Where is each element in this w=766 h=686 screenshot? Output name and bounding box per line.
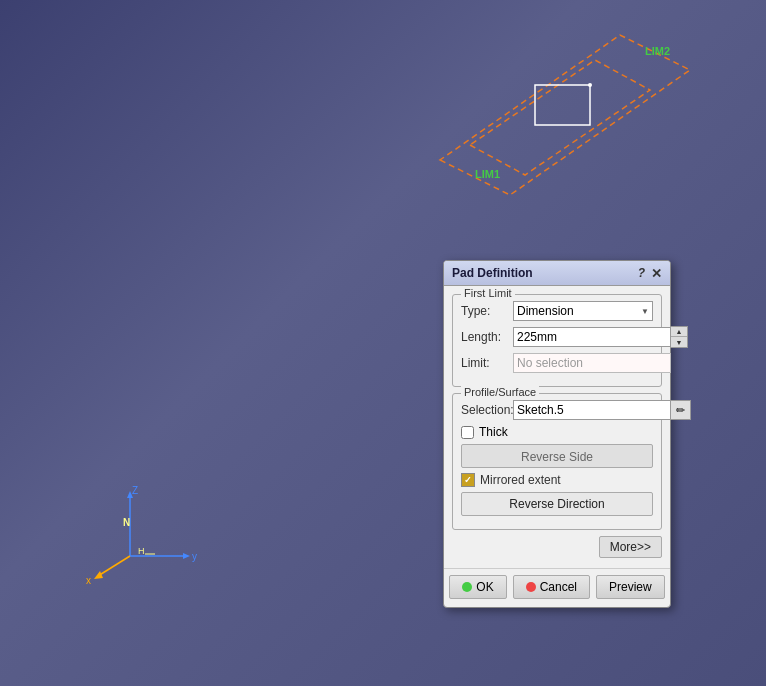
- length-spinner: ▲ ▼: [670, 326, 688, 348]
- more-row: More>>: [452, 536, 662, 558]
- limit-input[interactable]: [513, 353, 671, 373]
- svg-point-3: [588, 83, 592, 87]
- action-row: OK Cancel Preview: [444, 568, 670, 607]
- profile-surface-title: Profile/Surface: [461, 386, 539, 398]
- cancel-button[interactable]: Cancel: [513, 575, 590, 599]
- type-label: Type:: [461, 304, 513, 318]
- type-row: Type: Dimension ▼: [461, 301, 653, 321]
- ok-button[interactable]: OK: [449, 575, 506, 599]
- dialog-close-button[interactable]: ✕: [651, 267, 662, 280]
- length-input-wrap: ▲ ▼: [513, 326, 688, 348]
- selection-edit-button[interactable]: ✏: [671, 400, 691, 420]
- selection-row: Selection: ✏: [461, 400, 653, 420]
- sketch-viewport: LIM1 LIM2: [380, 30, 740, 200]
- thick-row: Thick: [461, 425, 653, 439]
- selection-field[interactable]: [513, 400, 671, 420]
- length-down-button[interactable]: ▼: [671, 337, 687, 347]
- selection-label: Selection:: [461, 403, 513, 417]
- svg-text:N: N: [123, 517, 130, 528]
- reverse-side-row: Reverse Side: [461, 444, 653, 468]
- length-up-button[interactable]: ▲: [671, 327, 687, 337]
- dialog-title: Pad Definition: [452, 266, 533, 280]
- axis-widget: Z N y x H: [80, 476, 210, 586]
- svg-marker-11: [183, 553, 190, 559]
- reverse-direction-button[interactable]: Reverse Direction: [461, 492, 653, 516]
- more-button[interactable]: More>>: [599, 536, 662, 558]
- mirrored-checkbox-icon[interactable]: ✓: [461, 473, 475, 487]
- pad-definition-dialog: Pad Definition ? ✕ First Limit Type: Dim…: [443, 260, 671, 608]
- svg-line-13: [98, 556, 130, 576]
- svg-marker-1: [470, 60, 650, 175]
- dialog-body: First Limit Type: Dimension ▼ Length: ▲ …: [444, 286, 670, 568]
- svg-text:Z: Z: [132, 485, 138, 496]
- dialog-titlebar: Pad Definition ? ✕: [444, 261, 670, 286]
- length-input[interactable]: [513, 327, 670, 347]
- preview-label: Preview: [609, 580, 652, 594]
- length-row: Length: ▲ ▼: [461, 326, 653, 348]
- length-label: Length:: [461, 330, 513, 344]
- thick-checkbox[interactable]: [461, 426, 474, 439]
- mirrored-row: ✓ Mirrored extent: [461, 473, 653, 487]
- dropdown-arrow-icon: ▼: [641, 307, 649, 316]
- first-limit-group: First Limit Type: Dimension ▼ Length: ▲ …: [452, 294, 662, 387]
- limit-row: Limit:: [461, 353, 653, 373]
- thick-label: Thick: [479, 425, 508, 439]
- mirrored-check-icon: ✓: [464, 475, 472, 485]
- svg-text:y: y: [192, 551, 197, 562]
- type-dropdown[interactable]: Dimension ▼: [513, 301, 653, 321]
- ok-label: OK: [476, 580, 493, 594]
- first-limit-title: First Limit: [461, 287, 515, 299]
- selection-input-wrap: ✏: [513, 400, 691, 420]
- svg-text:LIM1: LIM1: [475, 168, 500, 180]
- ok-icon: [462, 582, 472, 592]
- svg-text:LIM2: LIM2: [645, 45, 670, 57]
- type-value: Dimension: [517, 304, 574, 318]
- svg-text:H: H: [138, 546, 145, 556]
- mirrored-label: Mirrored extent: [480, 473, 561, 487]
- svg-rect-2: [535, 85, 590, 125]
- dialog-help-button[interactable]: ?: [638, 266, 645, 280]
- limit-label: Limit:: [461, 356, 513, 370]
- cancel-label: Cancel: [540, 580, 577, 594]
- svg-text:x: x: [86, 575, 91, 586]
- profile-surface-group: Profile/Surface Selection: ✏ Thick Rever…: [452, 393, 662, 530]
- reverse-side-button[interactable]: Reverse Side: [461, 444, 653, 468]
- dialog-controls: ? ✕: [638, 266, 662, 280]
- preview-button[interactable]: Preview: [596, 575, 665, 599]
- cancel-icon: [526, 582, 536, 592]
- reverse-direction-row: Reverse Direction: [461, 492, 653, 516]
- svg-marker-14: [94, 571, 103, 579]
